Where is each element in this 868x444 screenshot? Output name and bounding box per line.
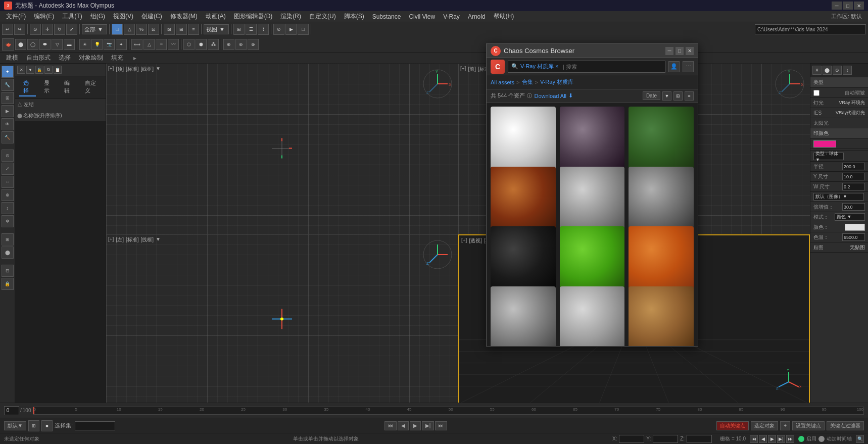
current-frame-input[interactable]	[4, 406, 19, 415]
modify-panel-btn[interactable]: 🔧	[2, 79, 14, 91]
texture-btn[interactable]: ⬢	[196, 39, 207, 50]
scene-tab-display[interactable]: 显示	[40, 78, 57, 96]
viewport-left[interactable]: [+] [左] [标准] [线框] ▼ Z	[106, 234, 458, 405]
menu-help[interactable]: 帮助(H)	[490, 11, 518, 22]
material-item-silver[interactable]	[560, 167, 625, 232]
pb-first[interactable]: ⏮	[750, 435, 758, 443]
rotate-button[interactable]: ↻	[54, 24, 65, 35]
render-small[interactable]: ⬤	[2, 246, 14, 259]
auto-smooth-checkbox[interactable]	[813, 90, 819, 96]
prop-icon-2[interactable]: ⬤	[823, 66, 832, 75]
selection-input[interactable]	[75, 421, 115, 430]
mirror-obj-btn[interactable]: ⟺	[131, 39, 142, 50]
maximize-button[interactable]: □	[843, 2, 853, 10]
camera-btn[interactable]: 📷	[104, 39, 115, 50]
minimize-button[interactable]: ─	[832, 2, 842, 10]
undo-button[interactable]: ↩	[2, 24, 13, 35]
bottom-search-btn[interactable]: 🔍	[856, 435, 864, 443]
motion-panel-btn[interactable]: ▶	[2, 105, 14, 117]
menu-create[interactable]: 创建(C)	[137, 11, 166, 22]
material-item-orange[interactable]	[629, 226, 694, 291]
redo-button[interactable]: ↪	[14, 24, 25, 35]
close-button[interactable]: ✕	[854, 2, 864, 10]
cosmos-search-input[interactable]	[566, 64, 662, 70]
scene-tab-customize[interactable]: 自定义	[81, 78, 102, 96]
date-sort-btn[interactable]: Date	[643, 91, 660, 100]
spinner-snap[interactable]: ⊡	[148, 24, 159, 35]
material-item-dark-metallic[interactable]	[560, 107, 625, 172]
list-view-btn[interactable]: ≡	[685, 91, 694, 101]
viewport-nav-5[interactable]: ↕	[2, 202, 14, 214]
menu-civil-view[interactable]: Civil View	[405, 12, 439, 21]
material-item-white[interactable]	[491, 107, 556, 172]
timeline-bar[interactable]: 0 5 10 15 20 25 30 35 40 45 50 55 60 65 …	[33, 407, 864, 415]
viewport-nav-2[interactable]: ⤢	[2, 163, 14, 175]
layer-manager[interactable]: ⊞	[233, 24, 245, 35]
create-panel-btn[interactable]: ✦	[2, 66, 14, 78]
breadcrumb-vray-library[interactable]: V-Ray 材质库	[540, 78, 573, 86]
select-btn[interactable]: 选定对象	[751, 421, 778, 430]
display-panel-btn[interactable]: 👁	[2, 118, 14, 130]
scene-tab-select[interactable]: 选择	[19, 78, 36, 96]
breadcrumb-collection[interactable]: 合集	[522, 78, 533, 86]
play-next-btn[interactable]: ▶|	[422, 421, 435, 430]
light-btn[interactable]: 💡	[91, 39, 103, 50]
dynamics-btn[interactable]: ⊕	[223, 39, 234, 50]
material-item-dark-silver[interactable]	[629, 167, 694, 232]
prop-icon-4[interactable]: ↕	[843, 66, 852, 75]
subtab-modeling[interactable]: 建模	[4, 53, 20, 63]
helper-btn[interactable]: ✦	[116, 39, 127, 50]
scene-delete-btn[interactable]: ✕	[17, 66, 25, 74]
subtab-paint[interactable]: 对象绘制	[77, 53, 105, 63]
cosmos-more-btn[interactable]: ⋯	[683, 61, 694, 72]
material-item-dark-chrome[interactable]	[491, 286, 556, 347]
mult-input[interactable]	[842, 203, 865, 211]
render-setup[interactable]: ⊙	[273, 24, 284, 35]
play-first-btn[interactable]: ⏮	[384, 421, 397, 430]
addkey-btn[interactable]: +	[780, 421, 790, 430]
setkey-btn[interactable]: 设置关键点	[792, 421, 825, 430]
filter-icon[interactable]: ⊟	[2, 265, 14, 277]
mode-dropdown[interactable]: 颜色 ▼	[835, 213, 865, 221]
space-warp-btn[interactable]: 〰	[168, 39, 179, 50]
nurbs-btn[interactable]: ⌗	[156, 39, 167, 50]
particle-btn[interactable]: ⁂	[208, 39, 219, 50]
array-button[interactable]: ⊞	[176, 24, 187, 35]
x-input[interactable]	[619, 435, 644, 443]
material-item-brown[interactable]	[491, 167, 556, 232]
viewport-nav-3[interactable]: ↔	[2, 176, 14, 188]
subtab-selection[interactable]: 选择	[57, 53, 73, 63]
pb-prev[interactable]: ◀	[759, 435, 767, 443]
scene-tab-edit[interactable]: 编辑	[60, 78, 77, 96]
download-all-link[interactable]: Download All	[534, 93, 566, 99]
move-button[interactable]: ✛	[42, 24, 53, 35]
cosmos-close-btn[interactable]: ✕	[686, 47, 694, 55]
cosmos-search-tab[interactable]: V-Ray 材质库 ×	[520, 63, 559, 70]
hierarchy-panel-btn[interactable]: ⊞	[2, 92, 14, 104]
map-dropdown[interactable]: 默认（图像）▼	[813, 193, 864, 201]
viewport-nav-4[interactable]: ⊕	[2, 189, 14, 201]
keyfilter-btn[interactable]: 关键点过滤器	[827, 421, 864, 430]
scene-paste-btn[interactable]: 📋	[54, 66, 62, 74]
menu-customize[interactable]: 自定义(U)	[305, 11, 340, 22]
menu-vray[interactable]: V-Ray	[439, 12, 464, 21]
menu-render[interactable]: 渲染(R)	[276, 11, 305, 22]
cone-btn[interactable]: ▽	[52, 39, 63, 50]
menu-substance[interactable]: Substance	[368, 12, 405, 21]
pb-last[interactable]: ⏭	[786, 435, 794, 443]
scene-icon-btn[interactable]: ■	[41, 420, 53, 431]
material-item-black[interactable]	[491, 226, 556, 291]
radius-input[interactable]	[842, 163, 865, 170]
color-swatch[interactable]	[813, 140, 836, 147]
material-item-chrome[interactable]	[560, 286, 625, 347]
material-item-bronze[interactable]	[629, 286, 694, 347]
curve-editor[interactable]: ⌇	[258, 24, 269, 35]
viewport-nav-1[interactable]: ⊙	[2, 150, 14, 162]
align-button[interactable]: ≡	[188, 24, 199, 35]
lock-icon[interactable]: 🔒	[2, 278, 14, 290]
sun-btn[interactable]: ☀	[79, 39, 90, 50]
cosmos-maximize-btn[interactable]: □	[676, 47, 684, 55]
selection-filter-dropdown[interactable]: 全部 ▼	[82, 24, 107, 34]
shape-btn[interactable]: △	[143, 39, 155, 50]
layer-icon-btn[interactable]: ⊞	[28, 420, 39, 431]
